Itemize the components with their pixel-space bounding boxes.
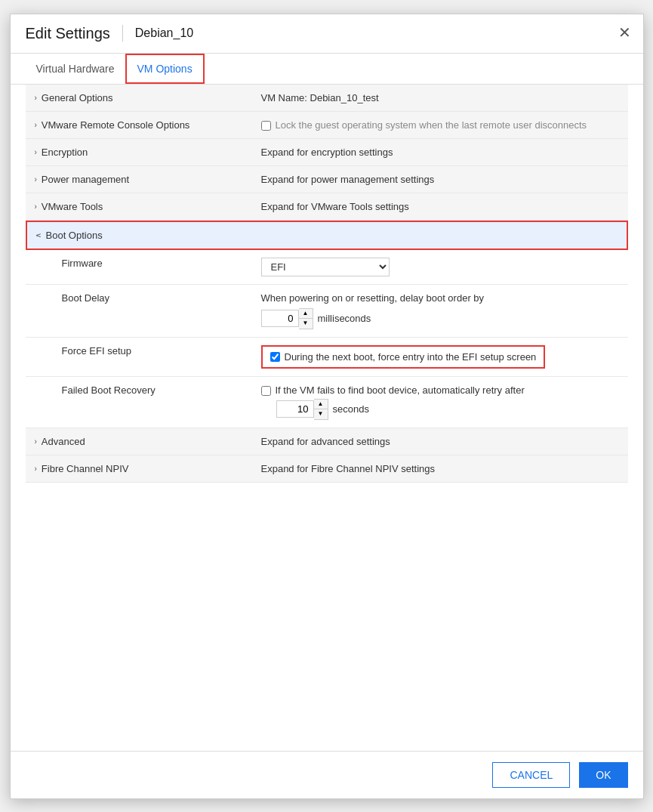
failed-boot-retry-input[interactable] xyxy=(276,400,314,418)
ok-button[interactable]: OK xyxy=(579,762,627,788)
row-failed-boot-recovery: Failed Boot Recovery If the VM fails to … xyxy=(26,377,628,428)
advanced-label: Advanced xyxy=(42,436,85,447)
power-management-label: Power management xyxy=(42,174,129,185)
section-general-options[interactable]: › General Options VM Name: Debian_10_tes… xyxy=(26,85,628,112)
remote-console-checkbox[interactable] xyxy=(261,121,271,131)
force-efi-checkbox[interactable] xyxy=(270,352,280,362)
section-vmware-remote-console[interactable]: › VMware Remote Console Options Lock the… xyxy=(26,112,628,139)
row-force-efi-setup: Force EFI setup During the next boot, fo… xyxy=(26,338,628,377)
failed-boot-retry-unit: seconds xyxy=(333,403,369,415)
boot-delay-spinner: ▲ ▼ xyxy=(261,308,313,329)
header-separator xyxy=(122,25,123,42)
tab-virtual-hardware[interactable]: Virtual Hardware xyxy=(26,54,125,84)
vmware-tools-label: VMware Tools xyxy=(42,201,103,212)
boot-delay-unit: milliseconds xyxy=(318,313,371,324)
tab-vm-options[interactable]: VM Options xyxy=(125,54,205,84)
dialog-footer: CANCEL OK xyxy=(11,751,643,798)
dialog-title: Edit Settings xyxy=(26,25,110,42)
chevron-encryption: › xyxy=(35,148,37,156)
boot-delay-label: Boot Delay xyxy=(47,292,110,304)
row-boot-delay: Boot Delay When powering on or resetting… xyxy=(26,285,628,338)
force-efi-checkbox-label: During the next boot, force entry into t… xyxy=(285,351,537,363)
fibre-channel-npiv-label: Fibre Channel NPIV xyxy=(42,463,129,474)
power-management-value: Expand for power management settings xyxy=(261,174,435,185)
chevron-vmware-remote-console: › xyxy=(35,121,37,129)
section-boot-options[interactable]: ∨ Boot Options xyxy=(26,221,628,250)
advanced-value: Expand for advanced settings xyxy=(261,436,390,447)
failed-boot-retry-up[interactable]: ▲ xyxy=(314,400,328,409)
force-efi-setup-label: Force EFI setup xyxy=(47,345,131,357)
chevron-vmware-tools: › xyxy=(35,202,37,211)
failed-boot-checkbox-label: If the VM fails to find boot device, aut… xyxy=(276,384,525,396)
fibre-channel-npiv-value: Expand for Fibre Channel NPIV settings xyxy=(261,463,436,474)
chevron-advanced: › xyxy=(35,437,37,446)
section-vmware-tools[interactable]: › VMware Tools Expand for VMware Tools s… xyxy=(26,193,628,221)
chevron-boot-options: ∨ xyxy=(35,233,43,238)
edit-settings-dialog: Edit Settings Debian_10 ✕ Virtual Hardwa… xyxy=(10,14,644,799)
encryption-value: Expand for encryption settings xyxy=(261,147,393,158)
settings-content: › General Options VM Name: Debian_10_tes… xyxy=(11,85,643,751)
vmware-remote-console-label: VMware Remote Console Options xyxy=(42,119,190,131)
tab-bar: Virtual Hardware VM Options xyxy=(11,54,643,85)
dialog-header: Edit Settings Debian_10 ✕ xyxy=(11,14,643,54)
row-firmware: Firmware EFI BIOS xyxy=(26,250,628,285)
chevron-power-management: › xyxy=(35,175,37,184)
boot-delay-down[interactable]: ▼ xyxy=(299,319,313,329)
general-options-value: VM Name: Debian_10_test xyxy=(261,92,379,103)
failed-boot-retry-down[interactable]: ▼ xyxy=(314,409,328,419)
failed-boot-retry-spinner: ▲ ▼ xyxy=(276,399,328,420)
section-fibre-channel-npiv[interactable]: › Fibre Channel NPIV Expand for Fibre Ch… xyxy=(26,455,628,483)
section-power-management[interactable]: › Power management Expand for power mana… xyxy=(26,166,628,193)
boot-delay-input[interactable] xyxy=(261,310,299,327)
force-efi-highlight-box: During the next boot, force entry into t… xyxy=(261,345,546,369)
failed-boot-checkbox[interactable] xyxy=(261,386,271,396)
general-options-label: General Options xyxy=(42,92,113,103)
vmware-tools-value: Expand for VMware Tools settings xyxy=(261,201,409,212)
encryption-label: Encryption xyxy=(42,147,88,158)
boot-options-label: Boot Options xyxy=(46,230,103,241)
boot-delay-up[interactable]: ▲ xyxy=(299,309,313,319)
close-button[interactable]: ✕ xyxy=(618,25,631,40)
firmware-label: Firmware xyxy=(47,258,103,269)
vm-name: Debian_10 xyxy=(135,26,193,40)
firmware-select[interactable]: EFI BIOS xyxy=(261,258,390,276)
section-advanced[interactable]: › Advanced Expand for advanced settings xyxy=(26,428,628,455)
chevron-general-options: › xyxy=(35,94,37,102)
remote-console-value: Lock the guest operating system when the… xyxy=(276,119,587,131)
failed-boot-recovery-label: Failed Boot Recovery xyxy=(47,384,156,396)
cancel-button[interactable]: CANCEL xyxy=(492,762,570,788)
boot-delay-desc: When powering on or resetting, delay boo… xyxy=(261,292,485,304)
chevron-fibre-channel-npiv: › xyxy=(35,465,37,473)
section-encryption[interactable]: › Encryption Expand for encryption setti… xyxy=(26,139,628,166)
